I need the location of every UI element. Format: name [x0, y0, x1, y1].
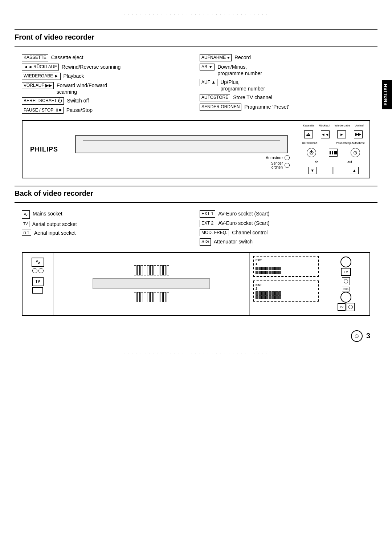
- ext1-label: EXT1: [256, 258, 317, 266]
- kassette-desc: Cassette eject: [51, 54, 83, 61]
- vcr-brand: PHILIPS: [30, 146, 58, 153]
- pause-stop-btn: PAUSE / STOP ⏸■: [22, 107, 64, 114]
- aerial-input-btn: ⊓⊓: [22, 230, 31, 236]
- ruecklauf-desc: Rewind/Reverse scanning: [62, 64, 121, 70]
- english-side-tab: ENGLISH: [382, 80, 392, 109]
- mod-freq-item: MOD. FREQ. Channel control: [200, 228, 370, 238]
- label-pause-aufnahme: Pause/Stop Aufnahme: [336, 141, 365, 145]
- sender-ordnen-btn: SENDER ORDNEN: [200, 104, 241, 111]
- autostore-desc: Store TV channel: [233, 94, 272, 101]
- teeth-row-2: [134, 292, 169, 302]
- back-bottom-sockets: TV: [338, 303, 355, 311]
- ab-desc: Down/Minus,programme number: [217, 64, 262, 77]
- label-auf: auf: [347, 160, 352, 164]
- slider-indicator: [332, 167, 334, 174]
- auf-item: AUF ▲ Up/Plus,programme number: [200, 78, 370, 93]
- rewind-btn[interactable]: ◄◄: [321, 130, 330, 138]
- ruecklauf-item: ◄◄ RÜCKLAUF Rewind/Reverse scanning: [22, 62, 192, 72]
- eject-btn[interactable]: ⏏: [304, 130, 313, 138]
- back-socket-round3: [347, 303, 355, 311]
- aerial-output-item: TV Aerial output socket: [22, 220, 192, 229]
- front-left-controls: KASSETTE Cassette eject ◄◄ RÜCKLAUF Rewi…: [22, 53, 192, 115]
- record-vcr-btn[interactable]: ⊙: [351, 148, 360, 157]
- aerial-in-symbol: ⊤⊤: [32, 287, 43, 294]
- pause-stop-vcr-btn[interactable]: [329, 149, 338, 157]
- vcr-brand-area: PHILIPS: [23, 121, 66, 178]
- sender-ordnen-item: SENDER ORDNEN Programme 'Preset': [200, 102, 370, 112]
- ext2-label: EXT2: [256, 283, 317, 290]
- kassette-item: KASSETTE Cassette eject: [22, 53, 192, 62]
- ext2-pins-bottom: [256, 295, 317, 299]
- ffwd-btn[interactable]: ▶▶: [354, 130, 363, 138]
- scart-area: EXT1: [250, 253, 322, 315]
- back-socket-2: [340, 292, 351, 303]
- aerial-output-desc: Aerial output socket: [32, 221, 77, 227]
- page-number-area: ☺ 3: [0, 323, 392, 349]
- back-left-controls: ∿ Mains socket TV Aerial output socket ⊓…: [22, 209, 192, 246]
- wiedergabe-desc: Playback: [64, 73, 84, 79]
- back-section: Back of video recorder ∿ Mains socket TV…: [15, 186, 377, 323]
- back-controls-grid: ∿ Mains socket TV Aerial output socket ⊓…: [15, 209, 377, 246]
- label-bereitschaft: Bereitschaft: [302, 141, 317, 145]
- sig-desc: Attenuator switch: [214, 238, 253, 245]
- back-socket-1: [340, 257, 351, 267]
- ac-circle1: [32, 268, 37, 273]
- sig-back: SIG: [342, 287, 350, 291]
- bereitschaft-btn: BEREITSCHAFT ⏻: [22, 97, 64, 105]
- bereitschaft-desc: Switch off: [67, 97, 89, 104]
- vcr-top-buttons: ⏏ ◄◄ ► ▶▶: [300, 130, 367, 138]
- back-left-sockets: ∿ TV ⊤⊤: [23, 253, 53, 315]
- page-icon: ☺: [351, 330, 363, 342]
- auf-btn: AUF ▲: [200, 79, 217, 86]
- back-right-controls: EXT 1 AV-Euro socket (Scart) EXT 2 AV-Eu…: [200, 209, 370, 246]
- autostore-circle-btn[interactable]: [285, 155, 290, 160]
- ext2-scart: EXT2: [253, 280, 319, 302]
- vcr-mid-labels: Bereitschaft Pause/Stop Aufnahme: [300, 141, 367, 145]
- mains-socket-symbol: ∿: [32, 258, 44, 267]
- autostore-btn: AUTOSTORE: [200, 94, 230, 101]
- vcr-front-illustration: PHILIPS Autostore: [22, 120, 370, 178]
- label-vorlauf: Vorlauf: [355, 124, 364, 127]
- vcr-top-labels: Kassette Rücklauf Wiedergabe Vorlauf: [300, 124, 367, 127]
- autostore-label: Autostore: [266, 156, 283, 160]
- ext1-pins-bottom: [256, 271, 317, 274]
- vcr-back-illustration: ∿ TV ⊤⊤: [22, 252, 370, 316]
- arrow-buttons: ▼ ▲: [300, 167, 367, 174]
- ext1-desc: AV-Euro socket (Scart): [218, 210, 269, 217]
- vcr-right-panel: Kassette Rücklauf Wiedergabe Vorlauf ⏏ ◄…: [297, 121, 369, 178]
- ext2-item: EXT 2 AV-Euro socket (Scart): [200, 219, 370, 228]
- sender-circle-btn[interactable]: [285, 163, 290, 168]
- ab-auf-labels: ab auf: [300, 160, 367, 164]
- back-section-title: Back of video recorder: [15, 186, 377, 203]
- bottom-dots: · · · · · · · · · · · · · · · · · · · · …: [0, 349, 392, 357]
- down-btn[interactable]: ▼: [308, 167, 317, 174]
- ab-item: AB ▼ Down/Minus,programme number: [200, 62, 370, 78]
- ext1-pins-top: [256, 267, 317, 270]
- vorlauf-desc: Forward wind/Forwardscanning: [57, 82, 107, 95]
- pause-stop-item: PAUSE / STOP ⏸■ Pause/Stop: [22, 106, 192, 115]
- ext1-scart: EXT1: [253, 256, 319, 277]
- autostore-item: AUTOSTORE Store TV channel: [200, 93, 370, 102]
- aufnahme-btn: AUFNAHME ●: [200, 54, 232, 61]
- top-dots: · · · · · · · · · · · · · · · · · · · · …: [0, 11, 392, 19]
- front-controls-grid: KASSETTE Cassette eject ◄◄ RÜCKLAUF Rewi…: [15, 53, 377, 115]
- mod-freq-back: [342, 277, 350, 285]
- ab-btn: AB ▼: [200, 64, 215, 71]
- aerial-input-desc: Aerial input socket: [34, 230, 75, 236]
- sig-item: SIG Attenuator switch: [200, 237, 370, 247]
- front-bottom-controls: Autostore Senderordnen: [70, 155, 293, 169]
- aerial-output-btn: TV: [22, 221, 29, 227]
- front-section: Front of video recorder KASSETTE Cassett…: [15, 30, 377, 186]
- ext2-pins-top: [256, 291, 317, 295]
- play-btn[interactable]: ►: [337, 130, 346, 138]
- label-wiedergabe: Wiedergabe: [335, 124, 350, 127]
- vcr-mid-buttons: ⏻ ⊙: [300, 148, 367, 157]
- cassette-slot: [75, 135, 288, 153]
- tv-socket-back: TV: [341, 268, 351, 276]
- back-teeth-area: [53, 253, 250, 315]
- teeth-row-1: [134, 265, 169, 275]
- mod-freq-btn: MOD. FREQ.: [200, 229, 229, 237]
- standby-btn[interactable]: ⏻: [307, 148, 316, 157]
- up-btn[interactable]: ▲: [350, 167, 359, 174]
- kassette-btn: KASSETTE: [22, 54, 48, 61]
